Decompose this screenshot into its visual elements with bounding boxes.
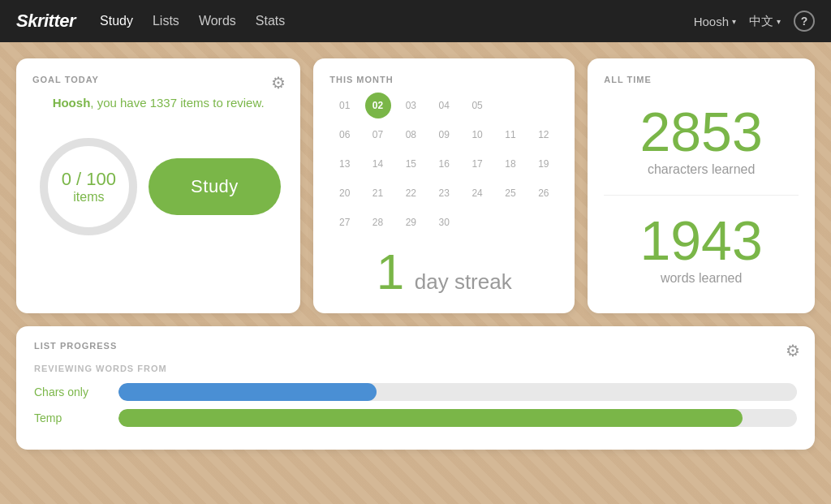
calendar-grid: 01 02 03 04 05 06 07 08 09 10 11 12 <box>329 93 558 235</box>
cal-day-13: 13 <box>332 151 358 177</box>
cal-day-14: 14 <box>365 151 391 177</box>
user-dropdown-arrow: ▾ <box>732 17 736 26</box>
nav-links: Study Lists Words Stats <box>100 11 285 32</box>
goal-message-suffix: , you have 1337 items to review. <box>90 96 264 110</box>
cal-day-22: 22 <box>398 180 424 206</box>
characters-stat: 2853 characters learned <box>604 93 799 188</box>
cal-day-20: 20 <box>332 180 358 206</box>
characters-number: 2853 <box>639 104 762 159</box>
alltime-card-label: ALL TIME <box>604 75 799 84</box>
nav-right: Hoosh ▾ 中文 ▾ ? <box>694 11 815 32</box>
ring-current: 0 <box>62 169 71 189</box>
nav-stats[interactable]: Stats <box>256 11 285 32</box>
streak-area: 1 day streak <box>329 247 558 297</box>
cal-day-30: 30 <box>431 209 457 235</box>
top-row: GOAL TODAY ⚙ Hoosh, you have 1337 items … <box>16 58 815 313</box>
goal-username: Hoosh <box>53 96 91 110</box>
list-progress-label: LIST PROGRESS <box>34 341 797 351</box>
cal-day-blank-1 <box>497 93 523 118</box>
nav-username: Hoosh <box>694 15 729 28</box>
list-progress-card: LIST PROGRESS ⚙ REVIEWING WORDS FROM Cha… <box>16 326 815 450</box>
cal-day-02: 02 <box>365 93 391 118</box>
cal-day-07: 07 <box>365 122 391 148</box>
cal-day-18: 18 <box>497 151 523 177</box>
main-content: GOAL TODAY ⚙ Hoosh, you have 1337 items … <box>0 42 831 463</box>
cal-day-29: 29 <box>398 209 424 235</box>
cal-day-12: 12 <box>531 122 557 148</box>
alltime-divider <box>604 195 799 196</box>
cal-day-08: 08 <box>398 122 424 148</box>
progress-name-chars: Chars only <box>34 386 107 398</box>
navigation: Skritter Study Lists Words Stats Hoosh ▾… <box>0 0 831 42</box>
cal-day-06: 06 <box>332 122 358 148</box>
cal-day-04: 04 <box>431 93 457 118</box>
cal-day-10: 10 <box>464 122 490 148</box>
list-settings-icon[interactable]: ⚙ <box>786 341 800 360</box>
goal-settings-icon[interactable]: ⚙ <box>271 73 286 93</box>
goal-card-label: GOAL TODAY <box>32 75 284 84</box>
nav-words[interactable]: Words <box>199 11 236 32</box>
reviewing-label: REVIEWING WORDS FROM <box>34 364 797 373</box>
cal-day-09: 09 <box>431 122 457 148</box>
progress-bar-bg-temp <box>118 409 797 427</box>
goal-message: Hoosh, you have 1337 items to review. <box>32 96 284 110</box>
language-dropdown-arrow: ▾ <box>777 17 781 26</box>
nav-language-menu[interactable]: 中文 ▾ <box>749 14 781 29</box>
study-button[interactable]: Study <box>149 158 281 215</box>
goal-body: 0 / 100 items Study <box>32 126 284 248</box>
cal-day-05: 05 <box>464 93 490 118</box>
cal-day-25: 25 <box>497 180 523 206</box>
cal-day-01: 01 <box>332 93 358 118</box>
streak-label: day streak <box>415 269 512 294</box>
ring-fraction: 0 / 100 <box>62 169 116 190</box>
nav-user-menu[interactable]: Hoosh ▾ <box>694 15 736 28</box>
month-card-label: THIS MONTH <box>329 75 558 84</box>
ring-total: 100 <box>86 169 116 189</box>
cal-day-blank-2 <box>531 93 557 118</box>
nav-lists[interactable]: Lists <box>153 11 179 32</box>
app-logo[interactable]: Skritter <box>16 11 75 32</box>
characters-label: characters learned <box>648 162 756 177</box>
cal-day-24: 24 <box>464 180 490 206</box>
goal-today-card: GOAL TODAY ⚙ Hoosh, you have 1337 items … <box>16 58 300 313</box>
cal-day-23: 23 <box>431 180 457 206</box>
cal-day-11: 11 <box>497 122 523 148</box>
streak-number: 1 <box>377 243 404 299</box>
cal-day-26: 26 <box>531 180 557 206</box>
words-number: 1943 <box>639 213 762 268</box>
progress-bar-fill-temp <box>118 409 743 427</box>
help-button[interactable]: ? <box>794 11 815 32</box>
cal-day-03: 03 <box>398 93 424 118</box>
ring-separator: / <box>76 169 81 189</box>
words-label: words learned <box>661 271 743 286</box>
cal-day-19: 19 <box>531 151 557 177</box>
nav-study[interactable]: Study <box>100 11 133 32</box>
nav-language-label: 中文 <box>749 14 773 29</box>
cal-day-17: 17 <box>464 151 490 177</box>
progress-ring: 0 / 100 items <box>36 134 141 239</box>
this-month-card: THIS MONTH 01 02 03 04 05 06 07 08 09 10 <box>313 58 575 313</box>
cal-day-15: 15 <box>398 151 424 177</box>
cal-day-16: 16 <box>431 151 457 177</box>
progress-row-chars: Chars only <box>34 383 797 401</box>
progress-bar-fill-chars <box>118 383 377 401</box>
ring-items-label: items <box>62 190 116 205</box>
cal-day-28: 28 <box>365 209 391 235</box>
ring-text: 0 / 100 items <box>62 169 116 205</box>
words-stat: 1943 words learned <box>604 202 799 298</box>
progress-name-temp: Temp <box>34 411 107 424</box>
calendar: 01 02 03 04 05 06 07 08 09 10 11 12 <box>329 93 558 297</box>
all-time-card: ALL TIME 2853 characters learned 1943 wo… <box>588 58 815 313</box>
cal-day-27: 27 <box>332 209 358 235</box>
progress-bar-bg-chars <box>118 383 797 401</box>
cal-day-21: 21 <box>365 180 391 206</box>
progress-row-temp: Temp <box>34 409 797 427</box>
